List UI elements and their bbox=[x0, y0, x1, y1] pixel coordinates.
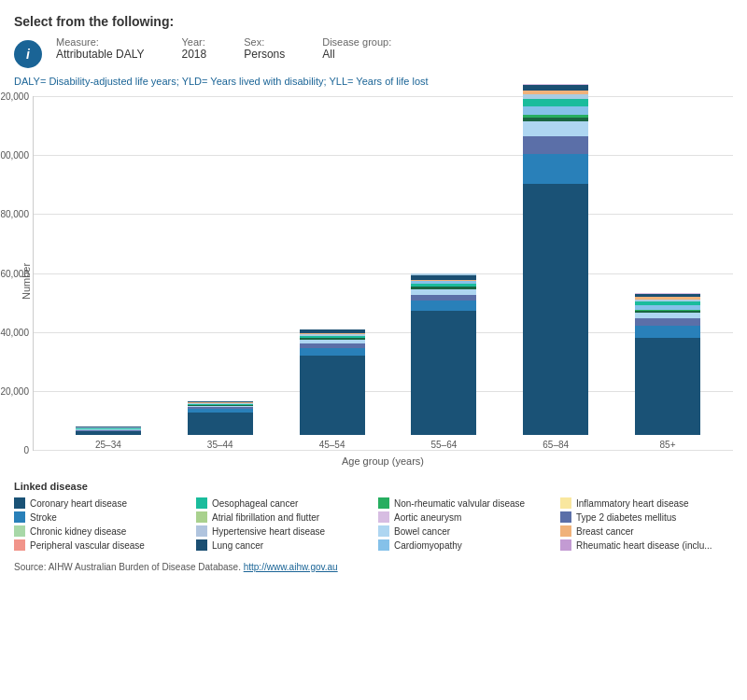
stacked-bar bbox=[76, 427, 141, 435]
info-field: Measure:Attributable DALY bbox=[56, 36, 145, 61]
bar-group: 85+ bbox=[630, 293, 705, 450]
legend-color-box bbox=[14, 497, 25, 509]
legend-section: Linked disease Coronary heart diseaseOes… bbox=[14, 481, 733, 551]
y-tick-label: 100,000 bbox=[0, 150, 29, 161]
stacked-bar bbox=[300, 329, 365, 435]
y-tick-label: 120,000 bbox=[0, 91, 29, 102]
y-tick-label: 0 bbox=[23, 445, 29, 455]
y-tick-label: 80,000 bbox=[0, 209, 29, 219]
bar-group: 55–64 bbox=[406, 273, 481, 450]
legend-item: Oesophageal cancer bbox=[196, 497, 369, 509]
legend-item: Peripheral vascular disease bbox=[14, 539, 187, 551]
y-tick-label: 60,000 bbox=[0, 268, 29, 278]
info-fields: Measure:Attributable DALYYear:2018Sex:Pe… bbox=[56, 36, 391, 61]
bar-segment bbox=[635, 318, 700, 326]
bar-segment bbox=[635, 338, 700, 435]
legend-item-label: Peripheral vascular disease bbox=[30, 540, 145, 551]
bar-segment bbox=[188, 413, 253, 435]
legend-item-label: Type 2 diabetes mellitus bbox=[576, 512, 676, 523]
legend-color-box bbox=[196, 525, 207, 537]
legend-item-label: Rheumatic heart disease (inclu... bbox=[576, 540, 712, 551]
bar-age-label: 35–44 bbox=[207, 440, 233, 450]
info-icon: i bbox=[14, 40, 42, 68]
grid-line bbox=[34, 450, 733, 451]
info-field: Year:2018 bbox=[182, 36, 207, 61]
chart-area: Number 020,00040,00060,00080,000100,0001… bbox=[14, 96, 733, 467]
legend-color-box bbox=[560, 511, 571, 523]
stacked-bar bbox=[523, 83, 588, 435]
bar-group: 25–34 bbox=[71, 427, 146, 450]
legend-color-box bbox=[560, 539, 571, 551]
legend-color-box bbox=[14, 525, 25, 537]
bar-group: 35–44 bbox=[183, 401, 258, 450]
legend-item-label: Stroke bbox=[30, 512, 57, 523]
stacked-bar bbox=[188, 401, 253, 435]
legend-item-label: Oesophageal cancer bbox=[212, 498, 298, 509]
legend-color-box bbox=[196, 539, 207, 551]
legend-color-box bbox=[378, 511, 389, 523]
legend-item: Breast cancer bbox=[560, 525, 733, 537]
legend-item-label: Coronary heart disease bbox=[30, 498, 127, 509]
x-axis-title: Age group (years) bbox=[33, 455, 733, 467]
legend-item: Chronic kidney disease bbox=[14, 525, 187, 537]
legend-item-label: Chronic kidney disease bbox=[30, 526, 126, 537]
legend-color-box bbox=[378, 497, 389, 509]
bar-age-label: 85+ bbox=[660, 440, 676, 450]
select-label: Select from the following: bbox=[14, 14, 733, 29]
legend-title: Linked disease bbox=[14, 481, 733, 492]
chart-plot: 020,00040,00060,00080,000100,000120,000 … bbox=[33, 96, 733, 451]
legend-color-box bbox=[378, 525, 389, 537]
legend-color-box bbox=[378, 539, 389, 551]
legend-item: Non-rheumatic valvular disease bbox=[378, 497, 551, 509]
legend-item: Type 2 diabetes mellitus bbox=[560, 511, 733, 523]
bar-group: 45–54 bbox=[295, 329, 370, 450]
bar-segment bbox=[76, 431, 141, 435]
bar-segment bbox=[523, 121, 588, 136]
legend-item: Bowel cancer bbox=[378, 525, 551, 537]
legend-color-box bbox=[14, 511, 25, 523]
legend-item-label: Lung cancer bbox=[212, 540, 263, 551]
legend-color-box bbox=[14, 539, 25, 551]
legend-item-label: Breast cancer bbox=[576, 526, 634, 537]
bar-segment bbox=[411, 311, 476, 435]
legend-item: Aortic aneurysm bbox=[378, 511, 551, 523]
legend-color-box bbox=[560, 497, 571, 509]
bar-segment bbox=[523, 184, 588, 435]
legend-item: Stroke bbox=[14, 511, 187, 523]
legend-color-box bbox=[196, 511, 207, 523]
legend-item: Coronary heart disease bbox=[14, 497, 187, 509]
bar-segment bbox=[635, 326, 700, 338]
bar-age-label: 45–54 bbox=[319, 440, 345, 450]
bar-segment bbox=[523, 136, 588, 154]
legend-color-box bbox=[560, 525, 571, 537]
legend-item: Cardiomyopathy bbox=[378, 539, 551, 551]
bar-age-label: 55–64 bbox=[430, 440, 457, 450]
legend-item: Inflammatory heart disease bbox=[560, 497, 733, 509]
legend-item-label: Bowel cancer bbox=[394, 526, 450, 537]
source-text: Source: AIHW Australian Burden of Diseas… bbox=[14, 562, 733, 572]
legend-item: Hypertensive heart disease bbox=[196, 525, 369, 537]
legend-item-label: Hypertensive heart disease bbox=[212, 526, 325, 537]
bar-age-label: 25–34 bbox=[95, 440, 121, 450]
bar-segment bbox=[300, 356, 365, 435]
bar-segment bbox=[523, 106, 588, 116]
info-field: Sex:Persons bbox=[244, 36, 285, 61]
info-field: Disease group:All bbox=[322, 36, 391, 61]
footnote: DALY= Disability-adjusted life years; YL… bbox=[14, 76, 733, 87]
legend-item-label: Cardiomyopathy bbox=[394, 540, 462, 551]
legend-item-label: Non-rheumatic valvular disease bbox=[394, 498, 525, 509]
bar-segment bbox=[523, 99, 588, 106]
stacked-bar bbox=[411, 273, 476, 435]
legend-color-box bbox=[196, 497, 207, 509]
bar-group: 65–84 bbox=[518, 83, 593, 450]
legend-item: Lung cancer bbox=[196, 539, 369, 551]
source-link[interactable]: http://www.aihw.gov.au bbox=[244, 562, 338, 572]
y-tick-label: 40,000 bbox=[0, 327, 29, 337]
bar-segment bbox=[523, 154, 588, 184]
legend-item-label: Aortic aneurysm bbox=[394, 512, 461, 523]
legend-item-label: Inflammatory heart disease bbox=[576, 498, 689, 509]
y-tick-label: 20,000 bbox=[0, 385, 29, 396]
legend-item: Rheumatic heart disease (inclu... bbox=[560, 539, 733, 551]
stacked-bar bbox=[635, 293, 700, 435]
legend-item-label: Atrial fibrillation and flutter bbox=[212, 512, 319, 523]
